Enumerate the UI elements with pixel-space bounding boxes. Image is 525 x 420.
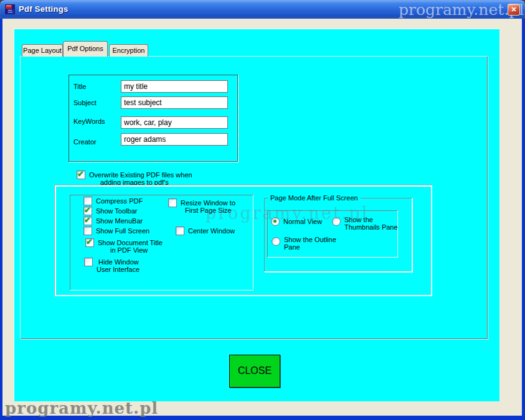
radio-dot-icon [273,220,277,223]
check-icon: ✔ [84,215,91,225]
close-button-label: CLOSE [238,365,272,376]
tab-pdf-options[interactable]: Pdf Options [63,41,108,57]
checkbox-label: Show MenuBar [96,217,143,225]
check-icon: ✔ [77,169,84,179]
titlebar[interactable]: Pdf Settings programy.net.pl ✕ [0,0,525,19]
radio-label: Normal View [283,218,322,225]
checkbox-label: Center Window [188,227,235,235]
keywords-field-label: KeyWords [73,118,105,125]
radio-show-outline-pane[interactable]: Show the Outline Pane [272,235,336,251]
checkbox-label: Show Document Title in PDF View [98,239,163,254]
checkbox-icon[interactable]: ✔ [176,226,184,235]
radio-label: Show the Thumbnails Pane [344,216,398,231]
checkbox-label: Compress PDF [96,197,143,205]
watermark-titlebar: programy.net.pl [399,1,524,19]
checkbox-icon[interactable]: ✔ [85,238,94,247]
check-icon: ✔ [84,205,91,215]
pdf-settings-window: Pdf Settings programy.net.pl ✕ Page Layo… [0,0,525,420]
radio-icon[interactable] [332,217,341,226]
radio-icon[interactable] [272,237,280,246]
tab-label: Page Layout [23,47,62,54]
keywords-input[interactable] [121,116,228,129]
creator-field-label: Creator [73,138,97,146]
checkbox-icon[interactable]: ✔ [168,198,177,207]
checkbox-label: Resize Window to First Page Size [181,199,235,214]
checkbox-icon[interactable]: ✔ [77,170,85,179]
checkbox-hide-window-ui[interactable]: ✔ Hide Window User Interface [84,258,140,273]
checkbox-icon[interactable]: ✔ [83,197,92,205]
checkbox-show-toolbar[interactable]: ✔ Show Toolbar [83,207,137,215]
checkbox-compress-pdf[interactable]: ✔ Compress PDF [83,197,143,205]
close-icon: ✕ [511,6,516,13]
subject-field-label: Subject [73,99,97,106]
tab-encryption[interactable]: Encryption [109,44,148,57]
checkbox-label: Show Toolbar [96,207,137,215]
tab-label: Encryption [113,47,145,54]
tab-label: Pdf Options [67,45,103,52]
checkbox-label: Overwrite Existing PDF files when adding… [89,171,192,186]
page-mode-group-title: Page Mode After Full Screen [268,194,361,202]
title-input[interactable] [121,80,228,93]
tab-page-layout[interactable]: Page Layout [22,44,63,57]
checkbox-label: Hide Window User Interface [97,258,140,273]
checkbox-label: Show Full Screen [96,227,149,235]
creator-input[interactable] [121,133,228,146]
checkbox-overwrite-existing[interactable]: ✔ Overwrite Existing PDF files when addi… [77,170,192,186]
checkbox-center-window[interactable]: ✔ Center Window [176,226,235,235]
window-title: Pdf Settings [19,4,68,14]
close-window-button[interactable]: ✕ [508,4,520,16]
radio-normal-view[interactable]: Normal View [271,217,322,226]
radio-label: Show the Outline Pane [284,236,336,251]
checkbox-resize-window[interactable]: ✔ Resize Window to First Page Size [168,198,235,214]
checkbox-icon[interactable]: ✔ [84,258,93,266]
checkbox-icon[interactable]: ✔ [83,217,92,225]
title-field-label: Title [73,83,86,90]
close-button[interactable]: CLOSE [229,355,280,388]
checkbox-show-full-screen[interactable]: ✔ Show Full Screen [83,226,149,235]
subject-input[interactable] [121,96,228,109]
checkbox-icon[interactable]: ✔ [83,226,92,235]
checkbox-show-menubar[interactable]: ✔ Show MenuBar [83,217,143,225]
radio-icon[interactable] [271,217,280,226]
checkbox-icon[interactable]: ✔ [83,207,92,215]
checkbox-show-document-title[interactable]: ✔ Show Document Title in PDF View [85,238,163,254]
app-icon[interactable] [5,4,15,14]
radio-show-thumbnails-pane[interactable]: Show the Thumbnails Pane [332,215,398,231]
check-icon: ✔ [86,237,93,246]
